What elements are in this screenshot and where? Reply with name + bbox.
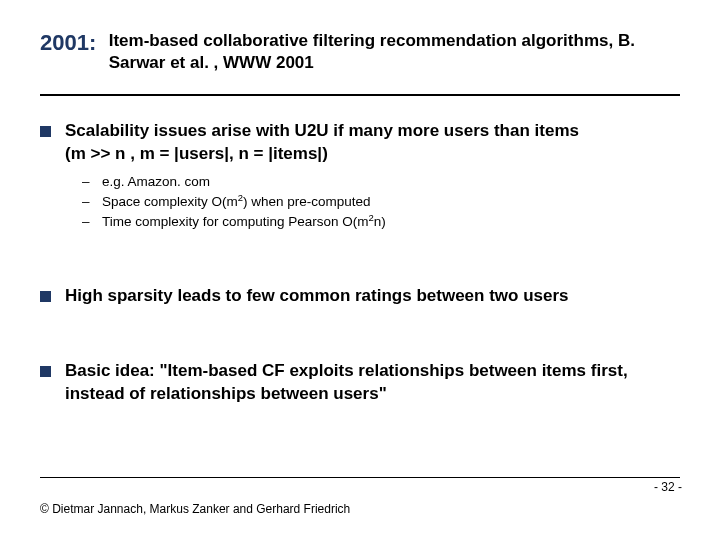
bullet-1-subs: – e.g. Amazon. com – Space complexity O(… xyxy=(82,172,680,233)
bullet-1: Scalability issues arise with U2U if man… xyxy=(40,120,680,233)
sub-item: – Time complexity for computing Pearson … xyxy=(82,212,680,232)
sub-item: – Space complexity O(m2) when pre-comput… xyxy=(82,192,680,212)
square-bullet-icon xyxy=(40,366,51,377)
bullet-1-text: Scalability issues arise with U2U if man… xyxy=(65,120,579,166)
header-divider xyxy=(40,94,680,96)
sub-item: – e.g. Amazon. com xyxy=(82,172,680,192)
bullet-2-text: High sparsity leads to few common rating… xyxy=(65,285,569,308)
bullet-3-line1: Basic idea: "Item-based CF exploits rela… xyxy=(65,361,628,380)
square-bullet-icon xyxy=(40,291,51,302)
bullet-2-main: High sparsity leads to few common rating… xyxy=(40,285,680,308)
dash-icon: – xyxy=(82,212,96,232)
bullet-3-text: Basic idea: "Item-based CF exploits rela… xyxy=(65,360,628,406)
dash-icon: – xyxy=(82,172,96,192)
bullet-1-main: Scalability issues arise with U2U if man… xyxy=(40,120,680,166)
page-number: - 32 - xyxy=(654,480,682,494)
bullet-1-line2: (m >> n , m = |users|, n = |items|) xyxy=(65,144,328,163)
bullet-2: High sparsity leads to few common rating… xyxy=(40,285,680,308)
bullet-3: Basic idea: "Item-based CF exploits rela… xyxy=(40,360,680,406)
header-title-line2: Sarwar et al. , WWW 2001 xyxy=(109,53,314,72)
square-bullet-icon xyxy=(40,126,51,137)
bullet-1-line1: Scalability issues arise with U2U if man… xyxy=(65,121,579,140)
slide-content: Scalability issues arise with U2U if man… xyxy=(40,120,680,433)
slide-header: 2001: Item-based collaborative filtering… xyxy=(40,30,680,74)
dash-icon: – xyxy=(82,192,96,212)
header-year: 2001: xyxy=(40,30,96,56)
sub-item-text: e.g. Amazon. com xyxy=(102,172,210,192)
bullet-3-line2: instead of relationships between users" xyxy=(65,384,387,403)
bullet-3-main: Basic idea: "Item-based CF exploits rela… xyxy=(40,360,680,406)
footer-copyright: © Dietmar Jannach, Markus Zanker and Ger… xyxy=(40,502,350,516)
header-title: Item-based collaborative filtering recom… xyxy=(109,30,635,74)
sub-item-text: Space complexity O(m2) when pre-computed xyxy=(102,192,371,212)
header-title-line1: Item-based collaborative filtering recom… xyxy=(109,31,635,50)
footer-divider xyxy=(40,477,680,478)
sub-item-text: Time complexity for computing Pearson O(… xyxy=(102,212,386,232)
slide: 2001: Item-based collaborative filtering… xyxy=(0,0,720,540)
